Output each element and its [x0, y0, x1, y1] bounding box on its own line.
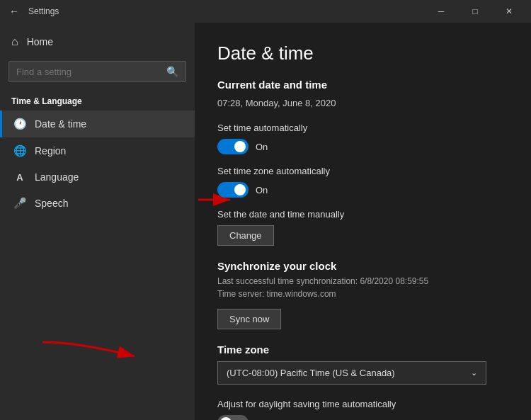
sidebar-item-region[interactable]: 🌐 Region: [0, 137, 195, 164]
page-title: Date & time: [217, 42, 508, 64]
change-button[interactable]: Change: [217, 225, 274, 246]
sidebar-item-language[interactable]: A Language: [0, 164, 195, 190]
main-layout: ⌂ Home 🔍 Time & Language 🕐 Date & time 🌐…: [0, 23, 531, 420]
close-button[interactable]: ✕: [493, 0, 525, 23]
back-button[interactable]: ←: [6, 3, 23, 20]
timezone-label: Time zone: [217, 344, 508, 356]
sync-last-info: Last successful time synchronization: 6/…: [217, 276, 508, 286]
auto-timezone-toggle-row: On: [217, 182, 508, 198]
region-icon: 🌐: [13, 144, 26, 157]
date-time-icon: 🕐: [13, 118, 26, 130]
auto-timezone-state: On: [256, 185, 268, 195]
sidebar-item-date-time-label: Date & time: [35, 118, 86, 130]
window-controls: ─ □ ✕: [425, 0, 525, 23]
speech-icon: 🎤: [13, 197, 26, 210]
sidebar-section-label: Time & Language: [0, 88, 195, 110]
home-icon: ⌂: [11, 35, 18, 48]
sync-server-info: Time server: time.windows.com: [217, 289, 508, 299]
sidebar-item-speech[interactable]: 🎤 Speech: [0, 190, 195, 217]
search-box[interactable]: 🔍: [8, 61, 186, 82]
search-input[interactable]: [16, 67, 161, 77]
auto-time-label: Set time automatically: [217, 123, 508, 133]
minimize-button[interactable]: ─: [425, 0, 457, 23]
auto-timezone-toggle-knob: [234, 184, 246, 195]
sidebar: ⌂ Home 🔍 Time & Language 🕐 Date & time 🌐…: [0, 23, 195, 420]
content-area: Date & time Current date and time 07:28,…: [195, 23, 531, 420]
auto-time-toggle-row: On: [217, 139, 508, 154]
sync-heading: Synchronize your clock: [217, 260, 508, 272]
timezone-value: (UTC-08:00) Pacific Time (US & Canada): [227, 368, 395, 378]
daylight-label: Adjust for daylight saving time automati…: [217, 399, 508, 409]
current-date-time-heading: Current date and time: [217, 79, 508, 91]
daylight-toggle-knob: [220, 417, 232, 420]
auto-time-toggle[interactable]: [217, 139, 249, 154]
home-label: Home: [27, 36, 53, 47]
search-icon[interactable]: 🔍: [166, 66, 178, 77]
daylight-toggle-row: On: [217, 415, 508, 420]
auto-timezone-toggle[interactable]: [217, 182, 249, 198]
titlebar-title: Settings: [28, 6, 59, 16]
titlebar-left: ← Settings: [6, 3, 59, 20]
auto-time-toggle-knob: [234, 141, 246, 152]
daylight-state: On: [256, 418, 268, 421]
language-icon: A: [13, 172, 26, 183]
sync-now-button[interactable]: Sync now: [217, 309, 281, 329]
maximize-button[interactable]: □: [459, 0, 491, 23]
timezone-chevron-icon: ⌄: [471, 368, 477, 378]
timezone-dropdown[interactable]: (UTC-08:00) Pacific Time (US & Canada) ⌄: [217, 361, 486, 385]
sidebar-item-date-time[interactable]: 🕐 Date & time: [0, 110, 195, 137]
manual-datetime-label: Set the date and time manually: [217, 209, 508, 220]
red-arrow-1: [21, 328, 163, 385]
auto-timezone-label: Set time zone automatically: [217, 166, 508, 176]
current-datetime-value: 07:28, Monday, June 8, 2020: [217, 98, 508, 108]
sidebar-item-region-label: Region: [35, 145, 66, 157]
daylight-toggle[interactable]: [217, 415, 249, 420]
sidebar-item-language-label: Language: [35, 171, 79, 183]
sidebar-item-speech-label: Speech: [35, 198, 68, 209]
auto-time-state: On: [256, 142, 268, 152]
titlebar: ← Settings ─ □ ✕: [0, 0, 531, 23]
sidebar-home-item[interactable]: ⌂ Home: [0, 28, 195, 55]
